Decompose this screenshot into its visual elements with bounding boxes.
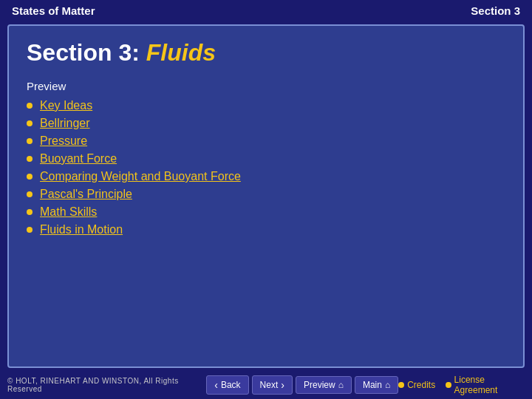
list-item-label: Pressure <box>40 134 87 148</box>
list-item-bellringer[interactable]: Bellringer <box>27 115 505 132</box>
list-item-label: Math Skills <box>40 205 97 219</box>
section-title-highlight: Fluids <box>146 39 216 66</box>
list-item-comparing-weight[interactable]: Comparing Weight and Buoyant Force <box>27 168 505 185</box>
next-button[interactable]: Next <box>252 375 293 395</box>
list-item-label: Key Ideas <box>40 99 92 112</box>
page-container: States of Matter Section 3 Section 3: Fl… <box>0 0 532 399</box>
license-label: License Agreement <box>454 375 525 395</box>
bottom-bar: © HOLT, RINEHART AND WINSTON, All Rights… <box>0 371 532 399</box>
bullet-icon <box>27 156 33 162</box>
main-button[interactable]: Main <box>355 376 398 394</box>
list-item-pascals-principle[interactable]: Pascal's Principle <box>27 185 505 203</box>
back-button[interactable]: Back <box>206 375 248 395</box>
list-item-label: Bellringer <box>40 117 90 130</box>
preview-button[interactable]: Preview <box>296 376 352 394</box>
bullet-icon <box>27 138 33 144</box>
section-title-prefix: Section 3: <box>27 39 146 66</box>
top-bar: States of Matter Section 3 <box>0 0 532 21</box>
copyright-text: © HOLT, RINEHART AND WINSTON, All Rights… <box>7 377 206 393</box>
nav-buttons: Back Next Preview Main <box>206 375 398 395</box>
license-dot <box>446 382 451 388</box>
list-item-pressure[interactable]: Pressure <box>27 132 505 150</box>
section-label: Section 3 <box>471 4 520 17</box>
preview-list: Key Ideas Bellringer Pressure Buoyant Fo… <box>27 97 505 239</box>
preview-label: Preview <box>27 80 505 92</box>
bullet-icon <box>27 103 33 109</box>
list-item-label: Fluids in Motion <box>40 223 123 236</box>
credits-label: Credits <box>407 380 435 390</box>
credits-dot <box>398 382 404 388</box>
credits-link[interactable]: Credits <box>398 380 435 390</box>
list-item-label: Buoyant Force <box>40 152 117 166</box>
bullet-icon <box>27 120 33 126</box>
bottom-links: Credits License Agreement <box>398 375 525 395</box>
main-content: Section 3: Fluids Preview Key Ideas Bell… <box>7 24 525 368</box>
license-link[interactable]: License Agreement <box>446 375 525 395</box>
list-item-buoyant-force[interactable]: Buoyant Force <box>27 150 505 168</box>
section-title: Section 3: Fluids <box>27 39 505 66</box>
bullet-icon <box>27 209 33 215</box>
list-item-fluids-in-motion[interactable]: Fluids in Motion <box>27 221 505 239</box>
list-item-label: Comparing Weight and Buoyant Force <box>40 170 241 183</box>
bullet-icon <box>27 227 33 233</box>
bullet-icon <box>27 191 33 197</box>
bullet-icon <box>27 174 33 180</box>
list-item-key-ideas[interactable]: Key Ideas <box>27 97 505 115</box>
list-item-math-skills[interactable]: Math Skills <box>27 203 505 221</box>
list-item-label: Pascal's Principle <box>40 188 132 201</box>
states-of-matter-label: States of Matter <box>12 4 95 17</box>
